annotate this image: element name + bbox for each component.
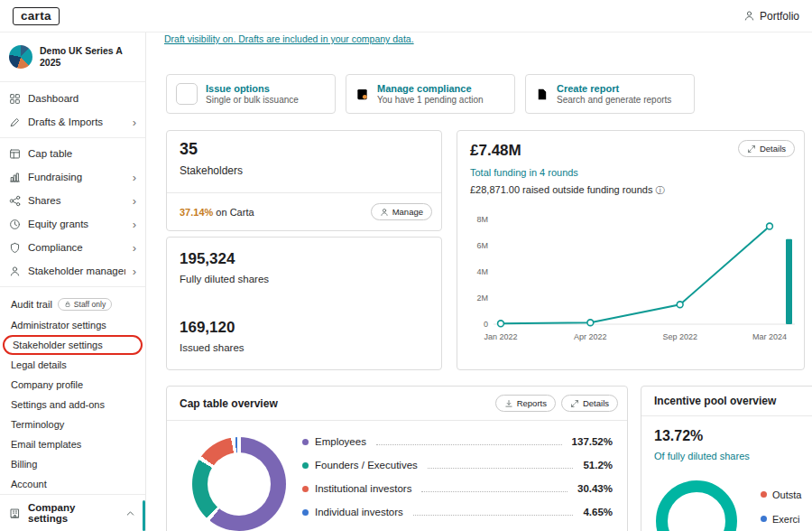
portfolio-label: Portfolio xyxy=(760,10,799,23)
legend-row: Institutional investors30.43% xyxy=(302,477,613,500)
chevron-right-icon: › xyxy=(133,172,136,183)
sidebar: Demo UK Series A 2025 DashboardDrafts & … xyxy=(0,33,146,531)
sidebar-item-label: Stakeholder management xyxy=(28,266,125,276)
chevron-right-icon: › xyxy=(133,266,136,277)
svg-text:Jan 2022: Jan 2022 xyxy=(484,332,517,341)
sidebar-primary-nav: DashboardDrafts & Imports›Cap tableFundr… xyxy=(0,82,145,283)
draft-visibility-notice[interactable]: Draft visibility on. Drafts are included… xyxy=(164,33,414,44)
company-switcher[interactable]: Demo UK Series A 2025 xyxy=(0,33,145,82)
shares-card: 195,324 Fully diluted shares 169,120 Iss… xyxy=(166,237,442,370)
action-card-create-report[interactable]: Create reportSearch and generate reports xyxy=(525,74,695,114)
document-icon xyxy=(535,88,549,101)
action-card-manage-compliance[interactable]: Manage complianceYou have 1 pending acti… xyxy=(346,74,515,114)
action-card-title: Issue options xyxy=(206,83,299,94)
fully-diluted-shares-value: 195,324 xyxy=(180,250,235,268)
sidebar-item-label: Administrator settings xyxy=(11,320,106,331)
cap-table-overview-card: Cap table overview Reports Details Emplo… xyxy=(166,386,628,531)
issued-shares-label: Issued shares xyxy=(180,342,245,353)
sidebar-item-stakeholder-management[interactable]: Stakeholder management› xyxy=(0,259,145,283)
funding-details-button[interactable]: Details xyxy=(738,140,795,157)
svg-text:0: 0 xyxy=(484,320,488,329)
sidebar-item-dashboard[interactable]: Dashboard xyxy=(0,87,145,110)
incentive-pool-header: Incentive pool overview xyxy=(641,387,812,416)
legend-leader xyxy=(421,491,567,492)
chevron-up-icon xyxy=(125,508,136,519)
reports-button[interactable]: Reports xyxy=(495,395,556,412)
action-card-subtitle: Single or bulk issuance xyxy=(206,95,299,105)
action-card-issue-options[interactable]: Issue optionsSingle or bulk issuance xyxy=(166,74,336,114)
cap-table-donut-chart xyxy=(192,437,286,531)
sidebar-item-legal-details[interactable]: Legal details xyxy=(0,355,145,375)
legend-dot xyxy=(761,491,767,498)
legend-leader xyxy=(413,515,574,516)
legend-leader xyxy=(428,468,574,469)
sidebar-item-label: Shares xyxy=(28,195,125,206)
svg-text:6M: 6M xyxy=(476,241,488,250)
pencil-icon xyxy=(9,116,21,128)
sidebar-item-shares[interactable]: Shares› xyxy=(0,189,145,212)
bar-chart-icon xyxy=(9,172,21,183)
svg-text:Mar 2024: Mar 2024 xyxy=(752,332,787,341)
sidebar-item-label: Terminology xyxy=(11,419,64,430)
sidebar-item-compliance[interactable]: Compliance› xyxy=(0,236,145,259)
person-icon xyxy=(743,10,755,22)
incentive-donut-chart xyxy=(656,480,737,531)
cap-table-title: Cap table overview xyxy=(180,397,490,410)
portfolio-button[interactable]: Portfolio xyxy=(743,10,799,23)
carta-logo[interactable]: carta xyxy=(13,7,60,25)
legend-value: 4.65% xyxy=(583,507,613,517)
action-card-text: Manage complianceYou have 1 pending acti… xyxy=(377,83,484,105)
on-carta-percent: 37.14% xyxy=(180,207,213,218)
chevron-right-icon: › xyxy=(133,195,136,207)
sidebar-scrollbar[interactable] xyxy=(143,500,145,531)
sidebar-item-cap-table[interactable]: Cap table xyxy=(0,142,145,165)
cap-table-legend: Employees137.52%Founders / Executives51.… xyxy=(302,430,613,524)
sidebar-item-label: Billing xyxy=(11,459,37,470)
sidebar-item-label: Drafts & Imports xyxy=(28,116,125,127)
legend-dot xyxy=(302,509,309,516)
staff-only-badge: Staff only xyxy=(58,298,112,311)
cap-table-details-label: Details xyxy=(583,398,609,408)
sidebar-item-administrator-settings[interactable]: Administrator settings xyxy=(0,315,145,335)
svg-text:4M: 4M xyxy=(476,267,488,276)
legend-label: Employees xyxy=(315,436,366,447)
sidebar-item-label: Audit trail xyxy=(11,299,52,310)
action-card-subtitle: Search and generate reports xyxy=(557,95,671,105)
funding-card: £7.48M Details Total funding in 4 rounds… xyxy=(457,130,805,370)
sidebar-item-billing[interactable]: Billing xyxy=(0,454,145,474)
sidebar-item-account[interactable]: Account xyxy=(0,474,145,494)
legend-row: Employees137.52% xyxy=(302,430,613,453)
sidebar-item-equity-grants[interactable]: Equity grants› xyxy=(0,212,145,236)
sidebar-item-audit-trail[interactable]: Audit trailStaff only xyxy=(0,293,145,315)
sidebar-item-email-templates[interactable]: Email templates xyxy=(0,434,145,454)
manage-button-label: Manage xyxy=(392,207,423,217)
legend-dot xyxy=(302,486,309,492)
plus-icon xyxy=(176,83,198,105)
sidebar-item-fundraising[interactable]: Fundraising› xyxy=(0,165,145,189)
lock-icon xyxy=(64,301,71,308)
action-card-subtitle: You have 1 pending action xyxy=(377,95,484,105)
sidebar-item-stakeholder-settings[interactable]: Stakeholder settings xyxy=(3,335,143,355)
cap-table-details-button[interactable]: Details xyxy=(561,395,618,412)
sidebar-item-label: Account xyxy=(11,479,47,489)
download-icon xyxy=(504,399,513,408)
sidebar-item-label: Equity grants xyxy=(28,219,125,229)
sidebar-item-company-profile[interactable]: Company profile xyxy=(0,375,145,395)
shares-icon xyxy=(9,195,21,207)
action-card-title: Create report xyxy=(557,83,671,94)
svg-text:Sep 2022: Sep 2022 xyxy=(662,332,697,341)
sidebar-item-label: Dashboard xyxy=(28,93,136,104)
sidebar-item-terminology[interactable]: Terminology xyxy=(0,415,145,434)
sidebar-item-settings-and-add-ons[interactable]: Settings and add-ons xyxy=(0,395,145,415)
sidebar-item-drafts-imports[interactable]: Drafts & Imports› xyxy=(0,110,145,134)
sidebar-item-label: Fundraising xyxy=(28,172,125,182)
legend-value: 30.43% xyxy=(577,483,613,494)
info-icon[interactable]: ⓘ xyxy=(655,185,664,195)
sidebar-item-company-settings[interactable]: Company settings xyxy=(0,494,145,531)
stakeholders-count: 35 xyxy=(180,140,198,159)
manage-button[interactable]: Manage xyxy=(371,203,432,220)
incentive-pool-card: Incentive pool overview 13.72% Of fully … xyxy=(641,386,812,531)
legend-dot xyxy=(761,516,767,522)
incentive-pool-label: Of fully diluted shares xyxy=(654,451,750,461)
incentive-pool-title: Incentive pool overview xyxy=(654,395,812,407)
